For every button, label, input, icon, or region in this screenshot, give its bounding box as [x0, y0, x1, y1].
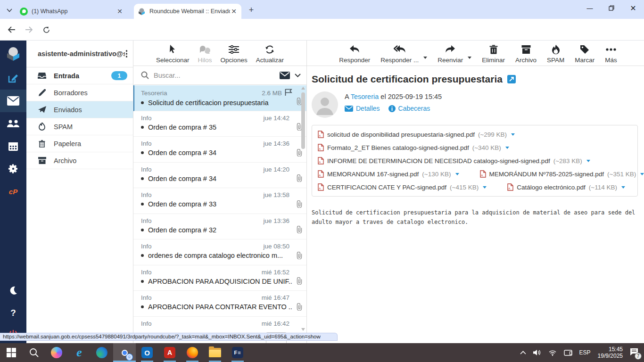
help-button[interactable]: ? — [0, 302, 26, 324]
window-minimize-button[interactable]: — — [579, 0, 601, 16]
cpanel-button[interactable]: cP — [0, 180, 26, 203]
attachment-item[interactable]: Asolicitud de disponibilidad presupuesta… — [318, 131, 515, 138]
taskbar-firefox[interactable] — [181, 343, 204, 362]
taskbar-acrobat[interactable]: A — [158, 343, 181, 362]
options-button[interactable]: Opciones — [221, 43, 248, 64]
taskbar-fs-app[interactable]: F≡ — [226, 343, 249, 362]
list-item[interactable]: Infomié 16:52 APROBACION PARA ADQUISICIO… — [133, 265, 306, 291]
forward-dropdown-icon[interactable] — [468, 57, 471, 59]
folder-papelera[interactable]: Papelera — [26, 135, 133, 152]
tray-expand-icon[interactable] — [520, 351, 526, 354]
tab-whatsapp[interactable]: (1) WhatsApp ✕ — [16, 4, 127, 19]
forward-button[interactable] — [24, 24, 35, 35]
back-button[interactable] — [6, 24, 17, 35]
reply-button[interactable]: Responder — [339, 43, 370, 64]
window-close-button[interactable]: ✕ — [622, 0, 644, 16]
attachment-menu-icon[interactable] — [505, 147, 509, 149]
attachment-menu-icon[interactable] — [621, 186, 625, 189]
list-item[interactable]: Infojue 14:42 Orden de compra # 35 — [133, 111, 306, 137]
folder-borradores[interactable]: Borradores — [26, 84, 133, 101]
contacts-icon — [7, 119, 20, 128]
list-item[interactable]: Infojue 08:50 ordenes de compra catalogo… — [133, 239, 306, 265]
tab-search-button[interactable] — [5, 6, 14, 15]
attachment-item[interactable]: ACERTIFICACION CATE Y PAC-signed.pdf(~41… — [318, 183, 487, 191]
reply-all-button[interactable]: Responder ... — [380, 43, 419, 64]
start-button[interactable] — [0, 343, 23, 362]
notification-center-button[interactable]: 7 — [630, 348, 638, 357]
more-button[interactable]: Más — [605, 43, 617, 64]
tab-close-icon[interactable]: ✕ — [230, 8, 238, 15]
mail-nav-button[interactable] — [0, 90, 26, 112]
reply-all-dropdown-icon[interactable] — [423, 57, 427, 59]
attachment-item[interactable]: AMEMORÁNDUM Nº785-2025-signed.pdf(~351 K… — [480, 170, 644, 178]
language-indicator[interactable]: ESP — [579, 349, 591, 356]
flag-icon[interactable] — [285, 89, 292, 97]
message-from: Info — [141, 217, 263, 224]
compose-button[interactable] — [0, 67, 26, 90]
threads-button[interactable]: Hilos — [198, 43, 212, 64]
list-item[interactable]: Infojue 13:36 Orden de compra # 32 — [133, 214, 306, 240]
display-cast-icon[interactable] — [564, 350, 572, 356]
contacts-nav-button[interactable] — [0, 112, 26, 135]
list-item[interactable]: Infojue 14:36 Orden de compra # 34 — [133, 137, 306, 163]
taskbar-chrome[interactable]: ☺ — [113, 343, 136, 362]
list-item[interactable]: Tesoreria2.6 MB Solicitud de certificaci… — [133, 85, 306, 111]
attachment-menu-icon[interactable] — [511, 133, 515, 136]
forward-button[interactable]: Reenviar — [438, 43, 463, 64]
dark-mode-button[interactable] — [0, 279, 26, 302]
attachment-item[interactable]: AFormato_2_ET Bienes catalogo-signed-sig… — [318, 144, 509, 151]
attachment-menu-icon[interactable] — [586, 160, 590, 162]
folder-enviados[interactable]: Enviados — [26, 101, 133, 118]
refresh-button[interactable]: Actualizar — [256, 43, 284, 64]
select-button[interactable]: Seleccionar — [156, 43, 190, 64]
reload-button[interactable] — [41, 24, 52, 35]
taskbar-outlook[interactable]: O — [136, 343, 158, 362]
folder-archivo[interactable]: Archivo — [26, 152, 133, 169]
new-tab-button[interactable]: + — [246, 5, 256, 15]
scrollbar-thumb[interactable] — [301, 92, 305, 149]
taskbar-internet-explorer[interactable]: e — [68, 343, 91, 362]
settings-nav-button[interactable] — [0, 157, 26, 180]
window-restore-button[interactable] — [601, 0, 622, 16]
search-input[interactable] — [154, 72, 275, 79]
taskbar-file-explorer[interactable] — [204, 343, 226, 362]
delete-button[interactable]: Eliminar — [482, 43, 505, 64]
attachment-menu-icon[interactable] — [640, 173, 644, 175]
search-scope-mail-icon[interactable] — [280, 72, 290, 79]
taskbar-copilot[interactable] — [45, 343, 68, 362]
taskbar-clock[interactable]: 15:45 19/9/2025 — [598, 346, 623, 359]
message-date: jue 13:36 — [263, 217, 289, 224]
unread-dot — [141, 305, 144, 308]
roundcube-logo[interactable] — [0, 41, 26, 67]
tab-close-icon[interactable]: ✕ — [116, 8, 124, 15]
headers-toggle[interactable]: Cabeceras — [388, 105, 430, 112]
calendar-nav-button[interactable] — [0, 135, 26, 157]
attachment-item[interactable]: ACatálogo electrónico.pdf(~114 KB) — [507, 183, 625, 191]
taskbar-edge[interactable] — [91, 343, 113, 362]
list-item[interactable]: Infomié 16:47 APROBACION PARA CONTRATAR … — [133, 291, 306, 317]
folder-menu-icon[interactable] — [125, 49, 129, 58]
spam-button[interactable]: SPAM — [547, 43, 564, 64]
scroll-up-icon[interactable] — [301, 87, 305, 90]
volume-icon[interactable] — [533, 349, 541, 356]
folder-entrada[interactable]: Entrada 1 — [26, 67, 133, 84]
list-item[interactable]: Infojue 13:58 Orden de compra # 33 — [133, 188, 306, 214]
attachment-menu-icon[interactable] — [455, 173, 459, 175]
tab-roundcube[interactable]: Roundcube Webmail :: Enviado ✕ — [134, 4, 241, 19]
folder-spam[interactable]: SPAM — [26, 118, 133, 135]
details-toggle[interactable]: Detalles — [345, 105, 380, 112]
search-options-chevron-icon[interactable] — [295, 74, 301, 77]
list-item[interactable]: Infomié 16:42 — [133, 317, 306, 333]
attachment-menu-icon[interactable] — [483, 186, 487, 189]
taskbar-search-button[interactable] — [23, 343, 45, 362]
attachment-item[interactable]: AMEMORANDUM 167-signed.pdf(~130 KB) — [318, 170, 459, 178]
list-item[interactable]: Infojue 14:20 Orden de compra # 34 — [133, 163, 306, 189]
archive-button[interactable]: Archivo — [515, 43, 537, 64]
recipient-link[interactable]: Tesoreria — [351, 93, 379, 100]
attachment-item[interactable]: AINFORME DE DETERMINACION DE NECESIDAD c… — [318, 157, 590, 165]
open-in-new-window-icon[interactable] — [507, 75, 516, 83]
list-scrollbar[interactable] — [300, 86, 306, 332]
scroll-down-icon[interactable] — [301, 328, 305, 331]
wifi-icon[interactable] — [548, 350, 557, 356]
mark-button[interactable]: Marcar — [575, 43, 594, 64]
